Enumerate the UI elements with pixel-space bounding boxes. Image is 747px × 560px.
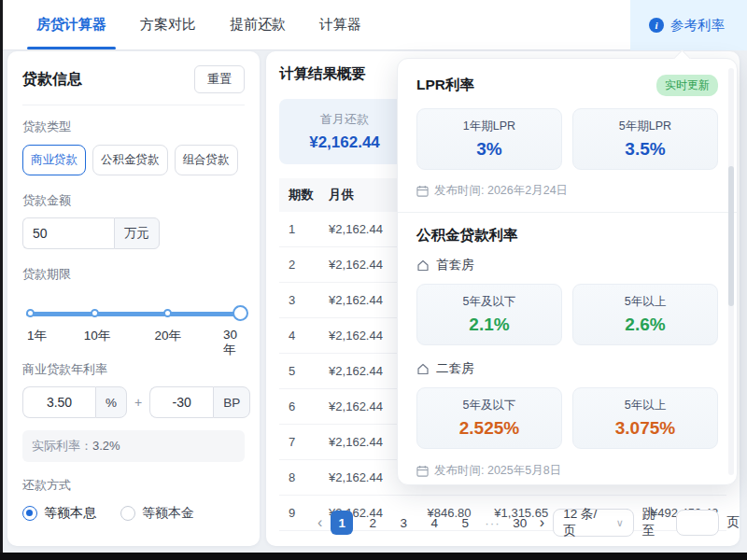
reference-rate-button[interactable]: i 参考利率 [630, 0, 747, 50]
base-rate-unit: % [95, 386, 127, 418]
cell: 3 [279, 283, 319, 318]
prev-page-icon[interactable]: ‹ [317, 514, 322, 531]
tab-prepayment[interactable]: 提前还款 [213, 0, 303, 49]
tab-plan-compare[interactable]: 方案对比 [123, 0, 213, 49]
card-label: 1年期LPR [463, 119, 515, 134]
first-month-payment-stat: 首月还款 ¥2,162.44 [279, 111, 410, 152]
page-3[interactable]: 3 [392, 511, 415, 535]
page-5[interactable]: 5 [454, 511, 476, 535]
card-label: 5年及以下 [463, 398, 516, 413]
slider-stop-10y[interactable] [91, 309, 99, 317]
second-home-label: 二套房 [436, 360, 474, 377]
card-label: 5年期LPR [619, 119, 671, 134]
cell: 4 [279, 318, 319, 354]
radio-equal-principal[interactable]: 等额本金 [120, 505, 194, 522]
tab-mortgage-calculator[interactable]: 房贷计算器 [20, 0, 123, 49]
slider-mark-20y: 20年 [155, 328, 182, 344]
lpr-publish-date: 发布时间: 2026年2月24日 [434, 183, 568, 199]
top-nav: 房贷计算器 方案对比 提前还款 计算器 i 参考利率 [3, 0, 747, 50]
loan-type-fund[interactable]: 公积金贷款 [92, 145, 168, 175]
cell: 2 [279, 247, 319, 283]
cell: 6 [279, 389, 319, 425]
jump-label: 跳至 [642, 506, 668, 539]
radio-label: 等额本金 [142, 505, 194, 522]
actual-rate-label: 实际利率： [32, 439, 92, 453]
base-rate-input[interactable] [22, 386, 95, 418]
stat-label: 首月还款 [279, 111, 410, 128]
loan-amount-input[interactable] [22, 217, 114, 249]
radio-dot-icon [22, 506, 37, 521]
live-update-badge: 实时更新 [656, 75, 718, 96]
plus-sign: + [134, 395, 142, 410]
first-home-over5-card: 5年以上 2.6% [572, 284, 718, 345]
card-value: 2.6% [625, 315, 665, 335]
loan-amount-label: 贷款金额 [22, 192, 245, 209]
radio-equal-installment[interactable]: 等额本息 [22, 505, 96, 522]
reference-rate-popup: LPR利率 实时更新 1年期LPR 3% 5年期LPR 3.5% 发布时间: 2… [397, 58, 738, 485]
calendar-icon [416, 465, 429, 477]
tab-calculator[interactable]: 计算器 [303, 0, 378, 49]
slider-mark-10y: 10年 [84, 328, 111, 344]
repayment-method-label: 还款方式 [22, 477, 245, 494]
loan-amount-unit: 万元 [114, 217, 160, 249]
slider-track[interactable] [26, 312, 241, 316]
loan-type-commercial[interactable]: 商业贷款 [22, 145, 86, 175]
loan-panel-title: 贷款信息 [22, 70, 82, 90]
page-30[interactable]: 30 [509, 511, 531, 535]
cell: 1 [279, 212, 319, 247]
lpr-5y-card: 5年期LPR 3.5% [572, 108, 718, 170]
col-period: 期数 [279, 178, 319, 212]
pagination-ellipsis[interactable]: ··· [485, 516, 500, 530]
card-label: 5年以上 [625, 294, 666, 310]
loan-type-combo[interactable]: 组合贷款 [175, 145, 238, 175]
popup-divider [398, 212, 737, 213]
lpr-1y-card: 1年期LPR 3% [416, 108, 562, 170]
page-4[interactable]: 4 [423, 511, 445, 535]
next-page-icon[interactable]: › [540, 514, 544, 531]
page-2[interactable]: 2 [361, 511, 384, 535]
reset-button[interactable]: 重置 [194, 65, 245, 93]
actual-rate-box: 实际利率：3.2% [22, 430, 245, 462]
reference-rate-label: 参考利率 [670, 17, 725, 35]
slider-stop-1y[interactable] [26, 309, 35, 317]
jump-page-input[interactable] [676, 510, 719, 536]
chevron-down-icon: ∨ [616, 517, 624, 529]
cell: 5 [279, 354, 319, 389]
window-edge-bottom [0, 553, 747, 560]
popup-scrollbar-thumb[interactable] [728, 166, 734, 306]
actual-rate-value: 3.2% [92, 439, 120, 453]
second-home-over5-card: 5年以上 3.075% [572, 387, 718, 449]
commercial-rate-label: 商业贷款年利率 [22, 361, 245, 378]
slider-handle[interactable] [233, 305, 248, 321]
bp-unit: BP [213, 386, 250, 418]
popup-scrollbar-track[interactable] [728, 68, 734, 475]
window-edge-left [0, 0, 3, 560]
house-icon [416, 259, 430, 272]
radio-dot-icon [120, 506, 135, 521]
fund-publish-date: 发布时间: 2025年5月8日 [434, 463, 561, 479]
slider-mark-30y: 30年 [223, 328, 237, 358]
card-value: 3.075% [615, 418, 675, 439]
radio-label: 等额本息 [44, 505, 96, 522]
cell: 8 [279, 460, 319, 496]
loan-info-panel: 贷款信息 重置 贷款类型 商业贷款 公积金贷款 组合贷款 贷款金额 万元 贷款期… [7, 51, 260, 546]
card-label: 5年及以下 [463, 294, 516, 310]
bp-adjust-input[interactable] [149, 386, 213, 418]
fund-rate-title: 公积金贷款利率 [416, 226, 718, 245]
card-value: 2.525% [459, 418, 519, 439]
house-icon [416, 363, 430, 375]
loan-term-label: 贷款期限 [22, 266, 245, 283]
card-value: 2.1% [469, 315, 509, 335]
slider-mark-1y: 1年 [27, 328, 47, 344]
first-home-label: 首套房 [436, 257, 474, 273]
card-value: 3.5% [625, 139, 665, 160]
page-1[interactable]: 1 [331, 511, 353, 535]
calendar-icon [416, 185, 429, 197]
divider [22, 105, 245, 105]
cell: 7 [279, 425, 319, 460]
jump-suffix: 页 [727, 514, 740, 531]
loan-term-slider[interactable] [26, 305, 241, 322]
second-home-under5-card: 5年及以下 2.525% [416, 387, 562, 449]
page-size-select[interactable]: 12 条/页 ∨ [553, 509, 634, 537]
lpr-title: LPR利率 [416, 76, 474, 95]
